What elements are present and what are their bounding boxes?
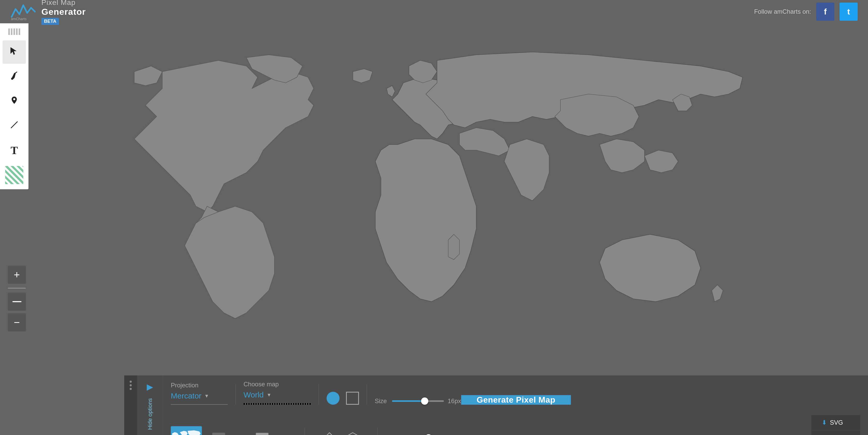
hide-options-button[interactable]: Hide options bbox=[147, 396, 153, 432]
mini-map-preview[interactable] bbox=[171, 426, 202, 435]
line-icon bbox=[9, 120, 19, 132]
world-map-svg bbox=[112, 49, 785, 386]
separator-1 bbox=[236, 384, 236, 405]
logo-area: amCharts Pixel Map Generator BETA bbox=[10, 0, 86, 25]
follow-text: Follow amCharts on: bbox=[754, 8, 811, 15]
pin-icon bbox=[9, 95, 19, 107]
square-shape-button[interactable] bbox=[346, 392, 359, 405]
diamond-shape-button[interactable] bbox=[323, 431, 336, 435]
projection-value: Mercator bbox=[171, 392, 202, 400]
map-chevron-icon: ▾ bbox=[268, 392, 271, 398]
svg-line-5 bbox=[11, 122, 17, 128]
panel-row1: Projection Mercator ▾ Choose map World ▾ bbox=[171, 381, 860, 405]
panel-row2: Water Land Di bbox=[171, 415, 860, 435]
tool-pattern[interactable] bbox=[3, 164, 26, 187]
header-right: Follow amCharts on: f t bbox=[754, 3, 858, 21]
choose-map-section: Choose map World ▾ bbox=[244, 381, 311, 405]
panel-handle[interactable] bbox=[124, 375, 137, 435]
tool-cursor[interactable] bbox=[3, 40, 26, 64]
size-slider-container: 16px bbox=[392, 398, 461, 405]
circle-shape-button[interactable] bbox=[327, 392, 340, 405]
diamond-icon bbox=[323, 431, 336, 435]
svg-marker-1 bbox=[10, 48, 16, 55]
map-area bbox=[0, 0, 868, 435]
logo-text: Pixel Map Generator BETA bbox=[41, 0, 86, 25]
facebook-button[interactable]: f bbox=[816, 3, 834, 21]
svg-line-3 bbox=[15, 72, 17, 74]
pattern-icon bbox=[5, 166, 23, 184]
minus-icon bbox=[12, 301, 22, 302]
water-color-swatch[interactable] bbox=[212, 433, 225, 435]
amcharts-logo-icon: amCharts bbox=[10, 3, 36, 21]
panel-left-controls: ▶ Hide options bbox=[137, 375, 163, 435]
projection-label: Projection bbox=[171, 382, 228, 389]
download-svg-button[interactable]: ⬇ SVG bbox=[811, 415, 860, 430]
zoom-minus-button[interactable] bbox=[8, 293, 26, 311]
beta-badge: BETA bbox=[41, 18, 59, 25]
svg-label: SVG bbox=[830, 419, 843, 426]
panel-expand-button[interactable]: ▶ bbox=[137, 378, 163, 396]
world-map-container bbox=[28, 0, 868, 435]
hexagon-icon bbox=[346, 431, 359, 435]
panel-main: Projection Mercator ▾ Choose map World ▾ bbox=[163, 375, 868, 435]
projection-select[interactable]: Mercator ▾ bbox=[171, 392, 228, 400]
svg-marker-9 bbox=[348, 433, 358, 435]
choose-map-select[interactable]: World ▾ bbox=[244, 390, 311, 399]
size-control-section: Size 16px bbox=[375, 398, 461, 405]
water-control: Water bbox=[212, 433, 245, 435]
projection-chevron-icon: ▾ bbox=[205, 393, 208, 399]
hexagon-shape-button[interactable] bbox=[346, 431, 359, 435]
twitter-button[interactable]: t bbox=[840, 3, 858, 21]
choose-map-value: World bbox=[244, 390, 264, 399]
size-slider-thumb[interactable] bbox=[421, 398, 428, 405]
zoom-slider-track bbox=[8, 288, 26, 289]
size-slider-track[interactable] bbox=[392, 400, 444, 402]
svg-point-4 bbox=[13, 98, 15, 100]
separator-5 bbox=[377, 428, 378, 435]
zoom-controls: + − bbox=[8, 266, 26, 331]
tool-line[interactable] bbox=[3, 114, 26, 138]
cursor-icon bbox=[9, 46, 19, 58]
svg-point-2 bbox=[11, 78, 13, 80]
mini-map-svg bbox=[171, 428, 202, 435]
zoom-in-button[interactable]: + bbox=[8, 266, 26, 284]
twitter-icon-label: t bbox=[847, 7, 850, 17]
download-svg-icon: ⬇ bbox=[822, 419, 827, 426]
header: amCharts Pixel Map Generator BETA Follow… bbox=[0, 0, 868, 23]
download-html-button[interactable]: ⬇ HTML bbox=[811, 430, 860, 435]
left-toolbar: T bbox=[0, 23, 28, 189]
separator-4 bbox=[305, 428, 305, 435]
bottom-panel: ▶ Hide options Projection Mercator ▾ Cho bbox=[124, 375, 868, 435]
facebook-icon-label: f bbox=[824, 7, 827, 17]
handle-dot-3 bbox=[130, 388, 132, 390]
generate-button[interactable]: Generate Pixel Map bbox=[461, 395, 571, 405]
separator-2 bbox=[318, 384, 319, 405]
shape-toggle-section bbox=[327, 392, 359, 405]
app-title-line2: Generator bbox=[41, 7, 86, 17]
hide-options-label: Hide options bbox=[147, 398, 153, 430]
text-icon: T bbox=[10, 144, 18, 157]
svg-text:amCharts: amCharts bbox=[11, 17, 27, 21]
size-label: Size bbox=[375, 398, 387, 405]
zoom-out-button[interactable]: − bbox=[8, 313, 26, 331]
expand-arrow-icon: ▶ bbox=[147, 382, 153, 392]
projection-section: Projection Mercator ▾ bbox=[171, 382, 228, 405]
paint-icon bbox=[9, 71, 19, 83]
handle-dot-1 bbox=[130, 381, 132, 383]
separator-3 bbox=[367, 384, 367, 405]
map-underline bbox=[244, 403, 311, 405]
land-color-swatch[interactable] bbox=[256, 433, 269, 435]
choose-map-label: Choose map bbox=[244, 381, 311, 388]
size-value: 16px bbox=[448, 398, 461, 405]
handle-dot-2 bbox=[130, 384, 132, 386]
tool-paint[interactable] bbox=[3, 65, 26, 88]
download-buttons-group: ⬇ SVG ⬇ HTML ⬇ IMAGE bbox=[811, 415, 860, 435]
projection-underline bbox=[171, 404, 228, 405]
land-control: Land bbox=[256, 433, 286, 435]
svg-marker-8 bbox=[324, 433, 335, 435]
ruler-decoration bbox=[2, 26, 27, 39]
app-title-line1: Pixel Map bbox=[41, 0, 86, 7]
tool-pin[interactable] bbox=[3, 90, 26, 113]
tool-text[interactable]: T bbox=[3, 139, 26, 162]
